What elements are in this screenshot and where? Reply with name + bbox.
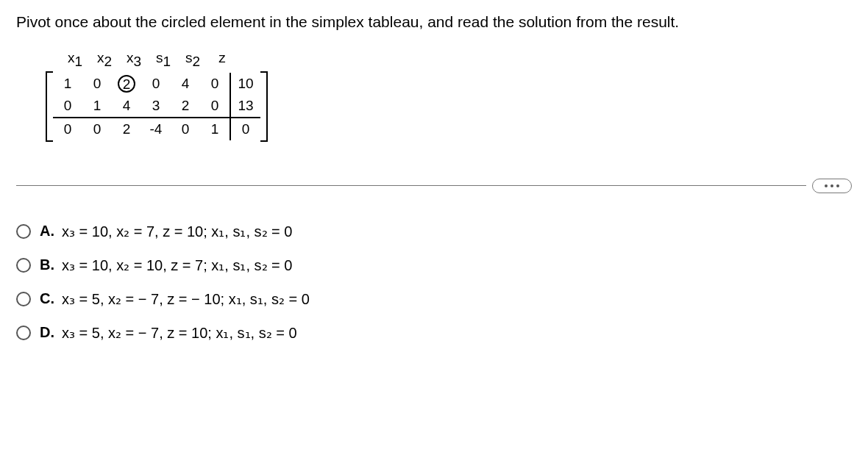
separator-line (16, 185, 806, 186)
col-header-x3: x3 (119, 50, 149, 70)
dot-icon (836, 184, 839, 187)
option-text: x₃ = 10, x₂ = 10, z = 7; x₁, s₁, s₂ = 0 (62, 256, 292, 274)
tableau-row-2: 0 0 2 -4 0 1 0 (53, 118, 260, 140)
rhs-cell: 13 (231, 98, 260, 114)
matrix: 1 0 2 0 4 0 10 0 1 4 3 2 0 13 0 (46, 71, 852, 142)
option-d: D. x₃ = 5, x₂ = − 7, z = 10; x₁, s₁, s₂ … (16, 324, 852, 342)
cell: 3 (141, 98, 171, 114)
circled-pivot: 2 (118, 75, 135, 93)
col-header-x2: x2 (90, 50, 119, 70)
cell: 2 (171, 98, 200, 114)
tableau-row-0: 1 0 2 0 4 0 10 (53, 73, 260, 95)
cell: 4 (112, 98, 141, 114)
radio-c[interactable] (16, 292, 31, 306)
option-text: x₃ = 5, x₂ = − 7, z = − 10; x₁, s₁, s₂ =… (62, 290, 310, 308)
tableau-headers: x1 x2 x3 s1 s2 z (60, 50, 852, 70)
option-text: x₃ = 5, x₂ = − 7, z = 10; x₁, s₁, s₂ = 0 (62, 324, 297, 342)
bracket-right (260, 71, 268, 142)
option-a: A. x₃ = 10, x₂ = 7, z = 10; x₁, s₁, s₂ =… (16, 223, 852, 240)
option-letter: B. (40, 256, 54, 273)
cell: 0 (200, 76, 230, 92)
dot-icon (830, 184, 833, 187)
cell: 0 (141, 76, 171, 92)
col-header-z: z (207, 50, 237, 70)
col-header-x1: x1 (60, 50, 90, 70)
radio-a[interactable] (16, 224, 31, 239)
tableau-row-1: 0 1 4 3 2 0 13 (53, 95, 260, 117)
rhs-cell: 0 (231, 121, 260, 137)
cell: 0 (171, 121, 200, 137)
bracket-left (46, 71, 53, 142)
question-text: Pivot once about the circled element in … (16, 13, 852, 31)
cell: -4 (141, 121, 171, 137)
option-letter: A. (40, 223, 54, 240)
cell: 0 (82, 121, 112, 137)
cell: 1 (82, 98, 112, 114)
simplex-tableau: x1 x2 x3 s1 s2 z 1 0 2 0 4 0 10 0 1 4 3 (46, 50, 852, 142)
col-header-s1: s1 (149, 50, 178, 70)
cell: 1 (200, 121, 230, 137)
rhs-cell: 10 (231, 76, 260, 92)
pivot-cell: 2 (112, 75, 141, 93)
cell: 0 (53, 98, 82, 114)
option-c: C. x₃ = 5, x₂ = − 7, z = − 10; x₁, s₁, s… (16, 290, 852, 308)
more-button[interactable] (812, 179, 852, 193)
answer-options: A. x₃ = 10, x₂ = 7, z = 10; x₁, s₁, s₂ =… (16, 223, 852, 342)
radio-d[interactable] (16, 326, 31, 340)
option-letter: D. (40, 324, 54, 341)
cell: 2 (112, 121, 141, 137)
option-text: x₃ = 10, x₂ = 7, z = 10; x₁, s₁, s₂ = 0 (62, 223, 292, 240)
option-letter: C. (40, 290, 54, 307)
separator (16, 179, 852, 193)
col-header-s2: s2 (178, 50, 207, 70)
cell: 0 (200, 98, 230, 114)
cell: 0 (53, 121, 82, 137)
dot-icon (825, 184, 828, 187)
option-b: B. x₃ = 10, x₂ = 10, z = 7; x₁, s₁, s₂ =… (16, 256, 852, 274)
cell: 0 (82, 76, 112, 92)
cell: 4 (171, 76, 200, 92)
cell: 1 (53, 76, 82, 92)
radio-b[interactable] (16, 258, 31, 273)
